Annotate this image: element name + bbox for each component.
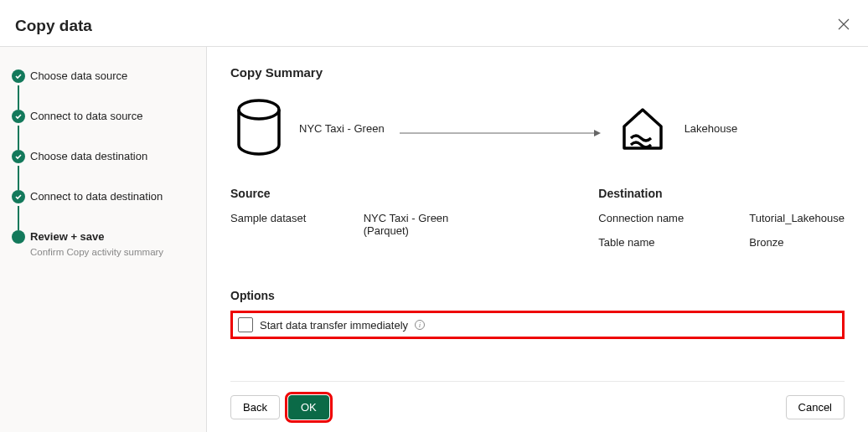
step-label: Connect to data source — [30, 109, 194, 124]
source-label: NYC Taxi - Green — [299, 122, 385, 135]
check-icon — [12, 110, 25, 123]
kv-value: Bronze — [749, 236, 783, 249]
kv-row: Connection name Tutorial_Lakehouse — [598, 212, 845, 224]
summary-title: Copy Summary — [230, 65, 845, 80]
step-label: Choose data source — [30, 69, 194, 84]
step-connect-to-data-source[interactable]: Connect to data source — [12, 109, 194, 124]
step-subtitle: Confirm Copy activity summary — [30, 247, 194, 257]
kv-value: NYC Taxi - Green (Parquet) — [364, 212, 482, 237]
cancel-button[interactable]: Cancel — [786, 395, 845, 419]
kv-row: Sample dataset NYC Taxi - Green (Parquet… — [230, 212, 481, 237]
options-title: Options — [230, 289, 845, 302]
copy-diagram: NYC Taxi - Green Lakehouse — [234, 98, 845, 158]
check-icon — [12, 150, 25, 163]
dialog-title: Copy data — [15, 17, 92, 35]
step-choose-data-source[interactable]: Choose data source — [12, 69, 194, 84]
option-start-immediately: Start data transfer immediately i — [230, 311, 845, 339]
step-label: Connect to data destination — [30, 189, 194, 204]
kv-value: Tutorial_Lakehouse — [749, 212, 845, 224]
kv-label: Sample dataset — [230, 212, 364, 237]
destination-title: Destination — [598, 187, 845, 200]
arrow-icon — [400, 128, 601, 129]
current-step-icon — [12, 230, 25, 244]
svg-point-0 — [239, 100, 279, 119]
step-connect-to-data-destination[interactable]: Connect to data destination — [12, 189, 194, 204]
lakehouse-icon — [616, 103, 669, 153]
kv-row: Table name Bronze — [598, 236, 845, 249]
ok-button[interactable]: OK — [288, 395, 329, 419]
step-choose-data-destination[interactable]: Choose data destination — [12, 149, 194, 164]
kv-label: Table name — [598, 236, 749, 249]
start-immediately-checkbox[interactable] — [238, 317, 253, 332]
check-icon — [12, 190, 25, 203]
close-icon[interactable] — [834, 13, 853, 38]
step-label: Choose data destination — [30, 149, 194, 164]
check-icon — [12, 69, 25, 83]
database-icon — [234, 98, 284, 158]
dest-label: Lakehouse — [685, 122, 738, 135]
source-title: Source — [230, 187, 481, 200]
wizard-steps: Choose data source Connect to data sourc… — [0, 47, 207, 432]
step-label: Review + save — [30, 229, 194, 244]
step-review-save[interactable]: Review + save Confirm Copy activity summ… — [12, 229, 194, 257]
info-icon[interactable]: i — [415, 320, 425, 330]
source-details: Source Sample dataset NYC Taxi - Green (… — [230, 187, 481, 260]
back-button[interactable]: Back — [230, 395, 280, 419]
kv-label: Connection name — [598, 212, 749, 224]
destination-details: Destination Connection name Tutorial_Lak… — [598, 187, 845, 260]
start-immediately-label: Start data transfer immediately — [260, 319, 408, 332]
